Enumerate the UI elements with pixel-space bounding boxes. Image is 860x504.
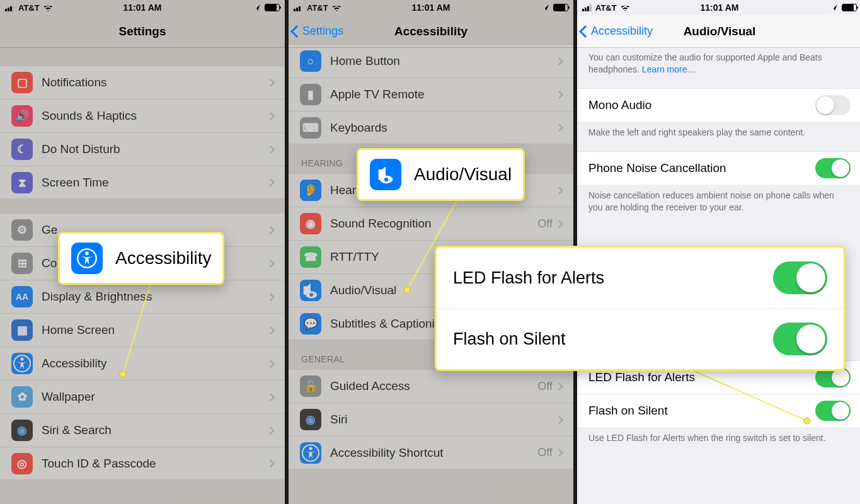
row-keyboards[interactable]: ⌨︎Keyboards — [289, 111, 573, 144]
notifications-icon: ▢ — [17, 77, 28, 88]
row-screentime[interactable]: ⧗Screen Time — [0, 166, 285, 199]
moon-icon: ☾ — [17, 144, 27, 155]
accessibility-icon — [76, 248, 98, 269]
chevron-right-icon — [267, 427, 275, 435]
wave-icon: ◉ — [306, 218, 316, 229]
battery-icon — [842, 4, 857, 11]
row-touchid[interactable]: ◎Touch ID & Passcode — [0, 447, 285, 480]
row-sound-recognition[interactable]: ◉Sound RecognitionOff — [289, 207, 573, 240]
ear-icon: 👂 — [304, 185, 318, 196]
siri-icon: ◉ — [17, 425, 27, 436]
row-homescreen[interactable]: ▦Home Screen — [0, 313, 285, 346]
row-guided-access[interactable]: 🔒Guided AccessOff — [289, 369, 573, 403]
group-physical: ○Home Button ▮Apple TV Remote ⌨︎Keyboard… — [289, 44, 573, 144]
chevron-right-icon — [555, 416, 563, 424]
chevron-right-icon — [267, 226, 275, 234]
audio-visual-icon — [375, 164, 396, 185]
group-general: GENERAL 🔒Guided AccessOff ◉Siri Accessib… — [289, 354, 573, 469]
row-accessibility[interactable]: Accessibility — [0, 346, 285, 380]
battery-icon — [553, 4, 568, 11]
row-flash-silent[interactable]: Flash on Silent — [577, 394, 860, 427]
gear-icon: ⚙︎ — [17, 224, 27, 236]
status-bar: AT&T 11:01 AM — [577, 0, 860, 15]
noise-note: Noise cancellation reduces ambient noise… — [577, 185, 860, 226]
battery-icon — [265, 4, 280, 11]
chevron-left-icon — [579, 25, 592, 38]
chevron-right-icon — [555, 91, 563, 99]
row-dnd[interactable]: ☾Do Not Disturb — [0, 132, 285, 166]
group-alerts: ▢Notifications 🔊Sounds & Haptics ☾Do Not… — [0, 66, 285, 199]
nav-bar: Settings Accessibility — [289, 15, 573, 48]
row-accessibility-shortcut[interactable]: Accessibility ShortcutOff — [289, 436, 573, 469]
callout-audio-visual: Audio/Visual — [357, 148, 525, 201]
clock-label: 11:01 AM — [577, 3, 860, 13]
flash-silent-toggle[interactable] — [815, 401, 851, 421]
chevron-right-icon — [267, 112, 275, 120]
chevron-right-icon — [267, 360, 275, 368]
chevron-right-icon — [267, 79, 275, 87]
chevron-right-icon — [267, 459, 275, 467]
silent-note: Use LED Flash for Alerts when the ring s… — [577, 427, 860, 457]
status-bar: AT&T 11:01 AM — [289, 0, 573, 15]
headphone-note: You can customize the audio for supporte… — [577, 48, 860, 88]
home-button-icon: ○ — [307, 55, 314, 67]
chevron-right-icon — [555, 220, 563, 228]
phone-icon: ☎︎ — [304, 251, 318, 263]
clock-label: 11:01 AM — [0, 3, 285, 13]
accessibility-icon — [301, 444, 320, 462]
learn-more-link[interactable]: Learn more… — [642, 64, 696, 74]
noise-cancel-toggle[interactable] — [815, 158, 851, 178]
row-siri[interactable]: ◉Siri & Search — [0, 413, 285, 447]
chevron-right-icon — [555, 57, 563, 66]
callout-accessibility: Accessibility — [58, 232, 224, 285]
led-flash-toggle-callout[interactable] — [773, 261, 827, 294]
callout-flash-alerts: LED Flash for Alerts Flash on Silent — [435, 246, 846, 371]
page-title: Accessibility — [394, 25, 467, 38]
flash-silent-toggle-callout[interactable] — [773, 323, 827, 355]
chevron-right-icon — [267, 393, 275, 401]
row-tv-remote[interactable]: ▮Apple TV Remote — [289, 77, 573, 111]
row-sounds[interactable]: 🔊Sounds & Haptics — [0, 99, 285, 132]
row-noise-cancel[interactable]: Phone Noise Cancellation — [577, 151, 860, 185]
lock-icon: 🔒 — [304, 381, 318, 392]
accessibility-icon — [13, 354, 32, 373]
svg-point-7 — [309, 293, 313, 297]
switches-icon: ⊞ — [18, 258, 27, 269]
nav-bar: Accessibility Audio/Visual — [577, 15, 860, 48]
svg-point-1 — [21, 358, 24, 361]
chevron-right-icon — [555, 382, 563, 391]
audio-visual-icon — [300, 280, 321, 301]
sounds-icon: 🔊 — [15, 110, 29, 122]
chevron-right-icon — [267, 326, 275, 335]
row-wallpaper[interactable]: ✿Wallpaper — [0, 380, 285, 413]
chevron-right-icon — [555, 449, 563, 457]
grid-icon: ▦ — [17, 324, 28, 336]
row-home-button[interactable]: ○Home Button — [289, 44, 573, 77]
page-title: Audio/Visual — [684, 25, 756, 38]
remote-icon: ▮ — [307, 89, 314, 100]
row-mono-audio[interactable]: Mono Audio — [577, 88, 860, 122]
siri-icon: ◉ — [306, 414, 316, 425]
mono-audio-toggle[interactable] — [815, 95, 851, 115]
chevron-right-icon — [267, 146, 275, 154]
page-title: Settings — [119, 25, 166, 38]
svg-point-3 — [85, 251, 89, 255]
nav-bar: Settings — [0, 15, 285, 48]
svg-point-11 — [384, 178, 388, 181]
fingerprint-icon: ◎ — [17, 458, 27, 469]
svg-point-9 — [309, 447, 312, 450]
mono-note: Make the left and right speakers play th… — [577, 122, 860, 151]
row-notifications[interactable]: ▢Notifications — [0, 66, 285, 99]
chevron-right-icon — [555, 123, 563, 132]
hourglass-icon: ⧗ — [18, 177, 26, 188]
clock-label: 11:01 AM — [289, 3, 573, 13]
keyboard-icon: ⌨︎ — [302, 122, 319, 134]
row-siri[interactable]: ◉Siri — [289, 403, 573, 436]
chevron-right-icon — [267, 293, 275, 301]
status-bar: AT&T 11:01 AM — [0, 0, 285, 15]
back-button[interactable]: Settings — [292, 15, 343, 47]
caption-icon: 💬 — [304, 318, 318, 329]
chevron-right-icon — [267, 178, 275, 186]
back-button[interactable]: Accessibility — [581, 15, 653, 47]
chevron-left-icon — [290, 25, 303, 38]
